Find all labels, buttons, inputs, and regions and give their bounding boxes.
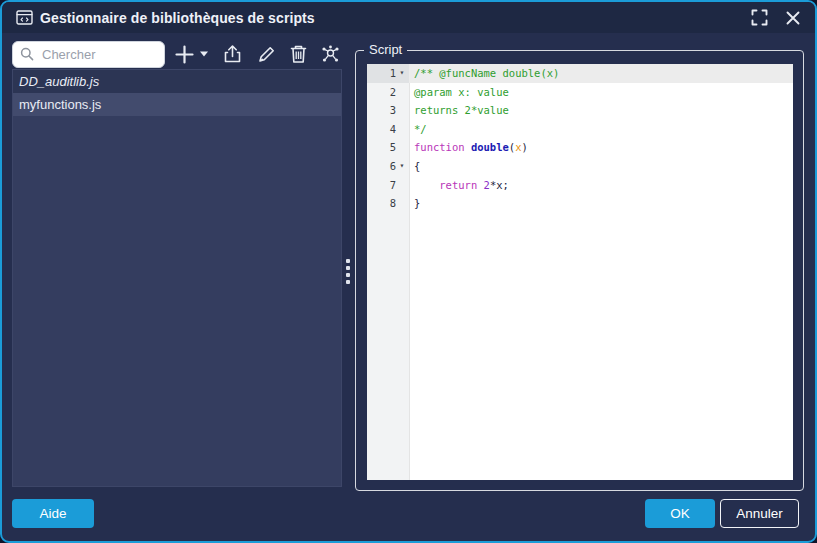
ok-button[interactable]: OK	[645, 499, 715, 528]
search-icon	[20, 47, 34, 61]
export-icon[interactable]	[223, 41, 242, 67]
maximize-icon[interactable]	[751, 9, 768, 26]
code-text: return 2*x;	[409, 176, 793, 195]
code-text: */	[409, 120, 793, 139]
line-number-cell: 1▾	[367, 64, 409, 83]
splitter-handle[interactable]	[344, 255, 352, 287]
titlebar-controls	[751, 2, 801, 33]
code-line: 7 return 2*x;	[367, 176, 793, 195]
list-item[interactable]: DD_auditlib.js	[13, 70, 341, 93]
script-library-manager-dialog: Gestionnaire de bibliothèques de scripts	[0, 0, 817, 543]
code-line: 3returns 2*value	[367, 101, 793, 120]
line-number: 2	[390, 83, 396, 102]
script-file-list: DD_auditlib.jsmyfunctions.js	[12, 69, 342, 487]
add-dropdown-arrow-icon[interactable]	[199, 41, 209, 67]
close-icon[interactable]	[784, 9, 801, 26]
code-line: 2@param x: value	[367, 83, 793, 102]
code-text: function double(x)	[409, 138, 793, 157]
code-line: 8}	[367, 194, 793, 213]
line-number-cell: 4	[367, 120, 409, 139]
code-text: returns 2*value	[409, 101, 793, 120]
line-number-cell: 2	[367, 83, 409, 102]
code-text: {	[409, 157, 793, 176]
edit-icon[interactable]	[257, 41, 276, 67]
api-functions-icon[interactable]	[320, 41, 341, 67]
script-groupbox-legend: Script	[364, 42, 407, 57]
script-window-icon	[16, 10, 33, 25]
line-number: 8	[390, 194, 396, 213]
list-item[interactable]: myfunctions.js	[13, 93, 341, 116]
code-text: /** @funcName double(x)	[409, 64, 793, 83]
help-button[interactable]: Aide	[12, 499, 94, 528]
code-line: 1▾/** @funcName double(x)	[367, 64, 793, 83]
cancel-button[interactable]: Annuler	[720, 499, 799, 528]
script-groupbox: Script 1▾/** @funcName double(x)2@param …	[355, 50, 804, 491]
code-editor[interactable]: 1▾/** @funcName double(x)2@param x: valu…	[367, 64, 793, 480]
titlebar: Gestionnaire de bibliothèques de scripts	[2, 2, 815, 33]
add-icon[interactable]	[174, 41, 195, 67]
line-number: 3	[390, 101, 396, 120]
line-number-cell: 3	[367, 101, 409, 120]
code-line: 4*/	[367, 120, 793, 139]
line-number: 7	[390, 176, 396, 195]
line-number: 1	[390, 64, 396, 83]
script-toolbar	[174, 41, 341, 67]
line-number: 5	[390, 138, 396, 157]
line-number-cell: 6▾	[367, 157, 409, 176]
code-text: }	[409, 194, 793, 213]
code-text: @param x: value	[409, 83, 793, 102]
fold-toggle-icon[interactable]: ▾	[397, 64, 407, 83]
code-line: 5function double(x)	[367, 138, 793, 157]
search-toolbar-row	[12, 40, 341, 68]
search-box	[12, 41, 165, 68]
dialog-title: Gestionnaire de bibliothèques de scripts	[40, 10, 315, 26]
line-number-cell: 7	[367, 176, 409, 195]
fold-toggle-icon[interactable]: ▾	[397, 157, 407, 176]
delete-icon[interactable]	[290, 41, 307, 67]
line-number: 6	[390, 157, 396, 176]
line-number: 4	[390, 120, 396, 139]
search-input[interactable]	[40, 46, 157, 63]
code-line: 6▾{	[367, 157, 793, 176]
line-number-cell: 5	[367, 138, 409, 157]
line-number-cell: 8	[367, 194, 409, 213]
